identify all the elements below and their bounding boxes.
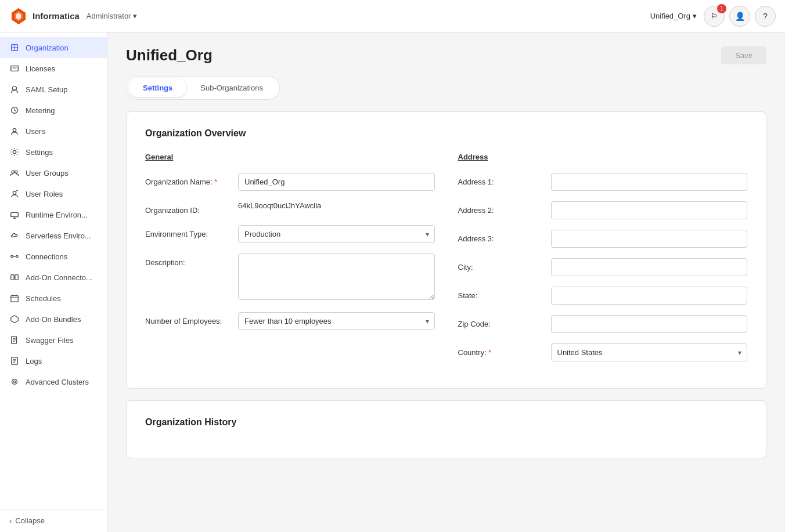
sidebar-item-runtime-enviro[interactable]: Runtime Environ... — [0, 204, 107, 225]
description-label: Description: — [145, 254, 238, 267]
sidebar-item-add-on-connecto[interactable]: Add-On Connecto... — [0, 267, 107, 288]
address1-control — [551, 173, 748, 191]
address2-input[interactable] — [551, 201, 748, 219]
sidebar-item-label: Connections — [26, 252, 67, 261]
help-button[interactable]: ? — [755, 6, 776, 27]
main-content: Unified_Org Save SettingsSub-Organizatio… — [107, 32, 785, 532]
user-icon: 👤 — [735, 12, 745, 21]
sidebar-item-swagger-files[interactable]: Swagger Files — [0, 330, 107, 350]
sidebar-footer: ‹ Collapse — [0, 509, 107, 532]
svg-point-19 — [11, 255, 13, 258]
svg-point-39 — [13, 381, 16, 383]
save-button[interactable]: Save — [721, 46, 766, 64]
address1-row: Address 1: — [458, 173, 748, 191]
runtime-enviro-icon — [9, 209, 20, 220]
sidebar-item-serverless-enviro[interactable]: Serverless Enviro... — [0, 225, 107, 246]
settings-icon — [9, 147, 20, 157]
app-body: Organization Licenses SAML Setup Meterin… — [0, 32, 785, 532]
notification-badge: 1 — [717, 4, 726, 13]
org-name-row: Organization Name: * — [145, 173, 435, 191]
description-row: Description: — [145, 254, 435, 302]
user-roles-icon — [9, 189, 20, 199]
users-icon — [9, 126, 20, 136]
org-id-label: Organization ID: — [145, 201, 238, 215]
address2-label: Address 2: — [458, 201, 551, 215]
svg-rect-22 — [11, 275, 14, 280]
num-employees-select[interactable]: Fewer than 10 employees10-50 employees51… — [238, 312, 435, 330]
description-textarea[interactable] — [238, 254, 435, 300]
sidebar-item-metering[interactable]: Metering — [0, 100, 107, 121]
history-card: Organization History — [126, 400, 766, 458]
tab-settings[interactable]: Settings — [129, 79, 186, 97]
sidebar-nav: Organization Licenses SAML Setup Meterin… — [0, 32, 107, 509]
sidebar-item-label: User Groups — [26, 169, 69, 178]
zip-label: Zip Code: — [458, 315, 551, 328]
address-section-title: Address — [458, 153, 748, 161]
sidebar-item-label: Organization — [26, 44, 69, 52]
sidebar-item-user-groups[interactable]: User Groups — [0, 162, 107, 183]
svg-rect-23 — [15, 275, 18, 280]
serverless-enviro-icon — [9, 230, 20, 241]
state-control — [551, 287, 748, 305]
org-name-input[interactable] — [238, 173, 435, 191]
sidebar-item-connections[interactable]: Connections — [0, 246, 107, 267]
svg-marker-29 — [11, 316, 18, 323]
sidebar-item-schedules[interactable]: Schedules — [0, 288, 107, 309]
overview-title: Organization Overview — [145, 128, 747, 139]
country-select[interactable]: United StatesCanadaUnited KingdomGermany… — [551, 343, 748, 361]
svg-point-38 — [12, 379, 17, 385]
org-id-value: 64kL9ooqt0uclJhYAwclia — [238, 201, 435, 210]
metering-icon — [9, 105, 20, 115]
user-profile-button[interactable]: 👤 — [729, 6, 750, 27]
org-id-row: Organization ID: 64kL9ooqt0uclJhYAwclia — [145, 201, 435, 215]
sidebar-item-advanced-clusters[interactable]: Advanced Clusters — [0, 371, 107, 392]
sidebar-item-label: Advanced Clusters — [26, 378, 89, 386]
sidebar-item-saml-setup[interactable]: SAML Setup — [0, 79, 107, 100]
city-input[interactable] — [551, 258, 748, 276]
country-label: Country: * — [458, 343, 551, 357]
sidebar-item-add-on-bundles[interactable]: Add-On Bundles — [0, 309, 107, 330]
state-row: State: — [458, 287, 748, 305]
env-type-row: Environment Type: ProductionDevelopmentS… — [145, 225, 435, 243]
sidebar-item-label: Schedules — [26, 294, 61, 303]
sidebar-item-label: User Roles — [26, 190, 63, 198]
address3-control — [551, 230, 748, 248]
svg-rect-25 — [11, 296, 18, 302]
address1-input[interactable] — [551, 173, 748, 191]
svg-point-14 — [13, 191, 16, 194]
logo: Informatica — [9, 7, 80, 26]
sidebar-item-label: Metering — [26, 106, 55, 115]
sidebar-item-logs[interactable]: Logs — [0, 350, 107, 371]
state-label: State: — [458, 287, 551, 300]
sidebar-item-users[interactable]: Users — [0, 121, 107, 142]
address3-label: Address 3: — [458, 230, 551, 243]
tab-sub-organizations[interactable]: Sub-Organizations — [186, 79, 277, 97]
zip-row: Zip Code: — [458, 315, 748, 333]
collapse-button[interactable]: ‹ Collapse — [9, 516, 98, 525]
state-input[interactable] — [551, 287, 748, 305]
sidebar-item-organization[interactable]: Organization — [0, 37, 107, 58]
overview-card: Organization Overview General Organizati… — [126, 111, 766, 389]
address3-input[interactable] — [551, 230, 748, 248]
sidebar-item-user-roles[interactable]: User Roles — [0, 183, 107, 204]
notifications-button[interactable]: 🏳 1 — [704, 6, 725, 27]
address2-control — [551, 201, 748, 219]
env-type-select[interactable]: ProductionDevelopmentSandbox — [238, 225, 435, 243]
admin-dropdown[interactable]: Administrator ▾ — [87, 12, 138, 20]
svg-point-12 — [12, 171, 14, 173]
connections-icon — [9, 251, 20, 262]
form-grid: General Organization Name: * — [145, 153, 747, 372]
address-section: Address Address 1: Address 2: — [458, 153, 748, 372]
informatica-logo-icon — [9, 7, 28, 26]
sidebar-item-label: Add-On Connecto... — [26, 273, 92, 282]
zip-input[interactable] — [551, 315, 748, 333]
address3-row: Address 3: — [458, 230, 748, 248]
num-employees-control: Fewer than 10 employees10-50 employees51… — [238, 312, 435, 330]
sidebar-item-licenses[interactable]: Licenses — [0, 58, 107, 79]
swagger-files-icon — [9, 335, 20, 345]
page-header: Unified_Org Save — [126, 46, 766, 64]
logs-icon — [9, 356, 20, 366]
sidebar-item-settings[interactable]: Settings — [0, 142, 107, 162]
env-type-label: Environment Type: — [145, 225, 238, 238]
org-dropdown[interactable]: Unified_Org ▾ — [650, 12, 697, 20]
